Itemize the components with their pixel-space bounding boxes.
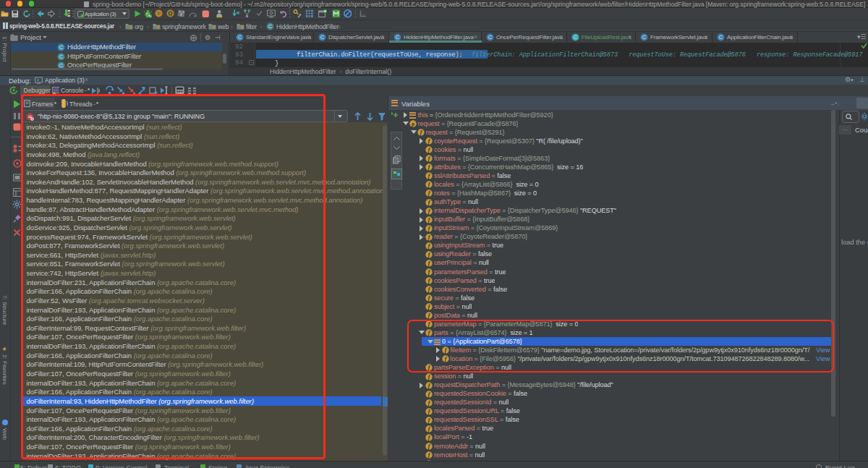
svg-text:C: C [574,34,578,41]
svg-text:C: C [396,34,400,41]
svg-text:C: C [719,34,723,41]
svg-text:C: C [642,34,647,41]
svg-text:C: C [320,34,325,41]
svg-text:C: C [268,23,273,30]
svg-text:C: C [238,34,242,41]
svg-text:C: C [59,54,64,60]
svg-text:p: p [411,121,414,127]
svg-text:C: C [488,34,493,41]
svg-text:C: C [59,44,64,51]
